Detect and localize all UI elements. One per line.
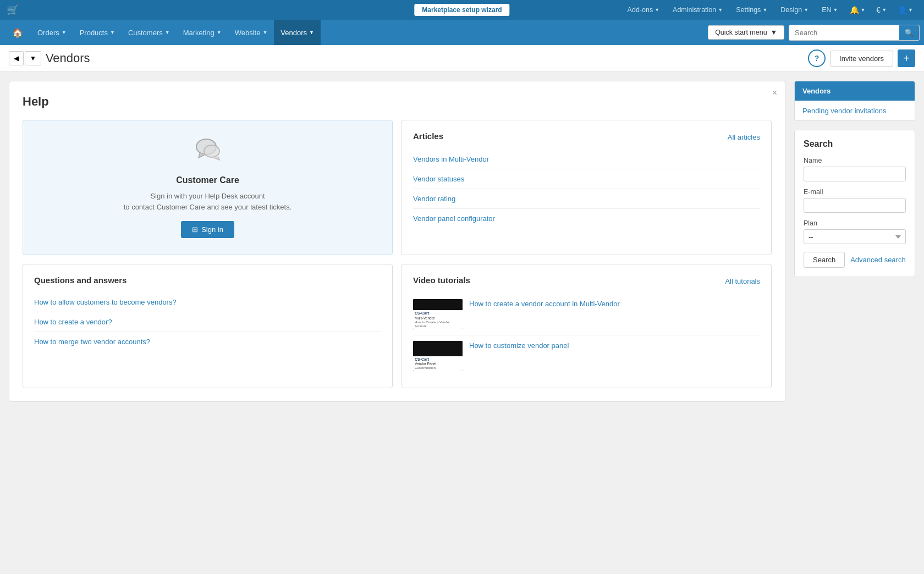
sidebar-search-panel: Search Name E-mail Plan -- Search Advanc… <box>794 130 915 277</box>
marketing-nav[interactable]: Marketing ▼ <box>177 20 228 45</box>
user-btn[interactable]: 👤▼ <box>893 3 917 16</box>
video-thumb-0: CS-Cart Multi-Vendor How to Create a Ven… <box>413 299 463 329</box>
home-button[interactable]: 🏠 <box>4 27 31 38</box>
quick-start-caret: ▼ <box>771 29 777 36</box>
article-link-3[interactable]: Vendor panel configurator <box>413 209 760 228</box>
signin-label: Sign in <box>201 225 223 234</box>
top-bar-right: Add-ons ▼ Administration ▼ Settings ▼ De… <box>622 3 917 16</box>
design-menu[interactable]: Design ▼ <box>775 4 814 16</box>
advanced-search-link[interactable]: Advanced search <box>850 256 905 264</box>
quick-start-button[interactable]: Quick start menu ▼ <box>708 25 784 40</box>
orders-nav[interactable]: Orders ▼ <box>31 20 73 45</box>
signin-icon: ⊞ <box>192 225 198 234</box>
search-actions: Search Advanced search <box>804 252 906 268</box>
administration-menu[interactable]: Administration ▼ <box>667 4 728 16</box>
header-actions: ? Invite vendors + <box>808 49 915 67</box>
help-button[interactable]: ? <box>808 49 826 67</box>
qa-link-2[interactable]: How to merge two vendor accounts? <box>34 332 381 351</box>
plan-select[interactable]: -- <box>804 229 906 244</box>
help-close-button[interactable]: × <box>772 88 777 98</box>
sidebar: Vendors Pending vendor invitations Searc… <box>794 81 915 566</box>
add-vendor-button[interactable]: + <box>898 49 915 67</box>
orders-caret: ▼ <box>62 30 67 35</box>
global-search-button[interactable]: 🔍 <box>899 25 919 40</box>
video-item-1: CS-Cart Vendor Panel Customization How t… <box>413 335 760 377</box>
vendors-caret: ▼ <box>309 30 314 35</box>
language-label: EN <box>822 6 831 14</box>
customers-label: Customers <box>128 29 163 37</box>
back-button[interactable]: ◀ <box>9 51 24 65</box>
addons-label: Add-ons <box>628 6 653 14</box>
products-caret: ▼ <box>110 30 115 35</box>
page-nav-btns: ◀ ▼ <box>9 51 41 65</box>
page-header: ◀ ▼ Vendors ? Invite vendors + <box>0 45 924 72</box>
customer-care-desc: Sign in with your Help Desk account to c… <box>124 191 292 212</box>
name-input[interactable] <box>804 167 906 181</box>
settings-menu[interactable]: Settings ▼ <box>730 4 773 16</box>
dropdown-button[interactable]: ▼ <box>25 51 41 65</box>
design-caret: ▼ <box>804 7 809 13</box>
cart-icon[interactable]: 🛒 <box>7 4 19 16</box>
global-search-input[interactable] <box>789 26 899 40</box>
articles-title: Articles <box>413 131 443 141</box>
nav-bar: 🏠 Orders ▼ Products ▼ Customers ▼ Market… <box>0 20 924 45</box>
addons-caret: ▼ <box>654 7 659 13</box>
video-link-0[interactable]: How to create a vendor account in Multi-… <box>469 299 620 309</box>
qa-link-1[interactable]: How to create a vendor? <box>34 312 381 332</box>
customer-care-card: Customer Care Sign in with your Help Des… <box>23 120 393 255</box>
video-link-1[interactable]: How to customize vendor panel <box>469 341 569 351</box>
global-search-box: 🔍 <box>789 25 920 41</box>
user-caret: ▼ <box>908 7 913 13</box>
plan-label: Plan <box>804 219 906 227</box>
sidebar-item-vendors[interactable]: Vendors <box>795 81 915 101</box>
name-label: Name <box>804 157 906 164</box>
orders-label: Orders <box>37 29 59 37</box>
settings-caret: ▼ <box>762 7 767 13</box>
administration-caret: ▼ <box>718 7 723 13</box>
language-menu[interactable]: EN ▼ <box>816 4 843 16</box>
customer-care-title: Customer Care <box>176 175 239 185</box>
signin-button[interactable]: ⊞ Sign in <box>181 221 234 238</box>
notifications-btn[interactable]: 🔔▼ <box>845 3 870 16</box>
all-tutorials-link[interactable]: All tutorials <box>725 277 760 285</box>
invite-vendors-button[interactable]: Invite vendors <box>830 51 893 67</box>
top-bar: 🛒 Marketplace setup wizard Add-ons ▼ Adm… <box>0 0 924 20</box>
qa-title: Questions and answers <box>34 275 381 285</box>
articles-header: Articles All articles <box>413 131 760 143</box>
content-area: × Help Customer Car <box>9 81 785 566</box>
help-title: Help <box>23 95 772 109</box>
navbar-right: Quick start menu ▼ 🔍 <box>708 25 920 41</box>
vendors-nav[interactable]: Vendors ▼ <box>274 20 321 45</box>
main-content: × Help Customer Car <box>0 72 924 574</box>
help-panel: × Help Customer Car <box>9 81 785 402</box>
article-link-1[interactable]: Vendor statuses <box>413 169 760 189</box>
settings-label: Settings <box>736 6 761 14</box>
name-field-group: Name <box>804 157 906 181</box>
articles-card: Articles All articles Vendors in Multi-V… <box>402 120 772 255</box>
article-link-0[interactable]: Vendors in Multi-Vendor <box>413 150 760 169</box>
currency-caret: ▼ <box>882 7 887 13</box>
all-articles-link[interactable]: All articles <box>728 133 760 141</box>
currency-btn[interactable]: €▼ <box>872 3 891 16</box>
notifications-caret: ▼ <box>860 7 865 13</box>
customers-caret: ▼ <box>165 30 170 35</box>
search-submit-button[interactable]: Search <box>804 252 845 268</box>
sidebar-item-pending[interactable]: Pending vendor invitations <box>795 101 915 120</box>
customers-nav[interactable]: Customers ▼ <box>122 20 177 45</box>
qa-link-0[interactable]: How to allow customers to become vendors… <box>34 292 381 312</box>
website-nav[interactable]: Website ▼ <box>228 20 274 45</box>
search-panel-title: Search <box>804 139 906 149</box>
article-link-2[interactable]: Vendor rating <box>413 189 760 209</box>
help-grid: Customer Care Sign in with your Help Des… <box>23 120 772 388</box>
qa-card: Questions and answers How to allow custo… <box>23 264 393 388</box>
addons-menu[interactable]: Add-ons ▼ <box>622 4 665 16</box>
marketing-label: Marketing <box>183 29 215 37</box>
email-input[interactable] <box>804 198 906 213</box>
language-caret: ▼ <box>833 7 838 13</box>
vendors-label: Vendors <box>280 29 307 37</box>
administration-label: Administration <box>673 6 716 14</box>
wizard-badge[interactable]: Marketplace setup wizard <box>414 4 509 16</box>
products-nav[interactable]: Products ▼ <box>73 20 122 45</box>
website-caret: ▼ <box>262 30 267 35</box>
quick-start-label: Quick start menu <box>715 29 767 36</box>
